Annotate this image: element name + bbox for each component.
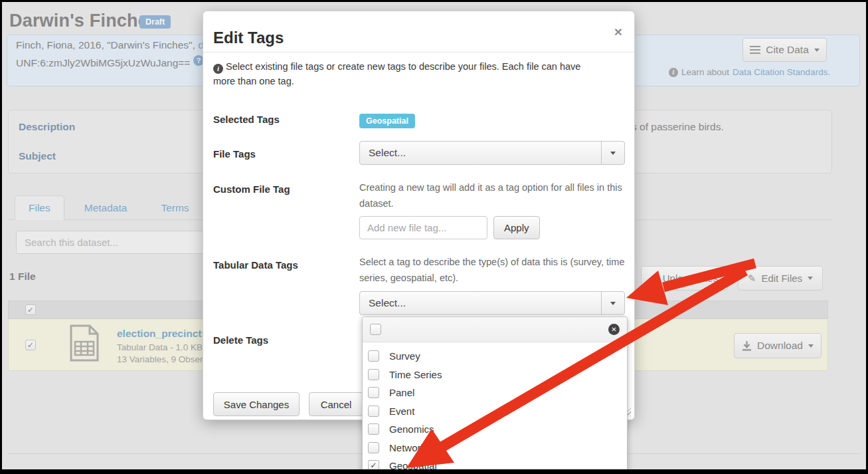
tag-option-event[interactable]: Event xyxy=(368,402,627,421)
tabular-file-icon xyxy=(69,324,100,362)
cancel-label: Cancel xyxy=(321,399,352,410)
dropdown-option-list: SurveyTime SeriesPanelEventGenomicsNetwo… xyxy=(363,342,627,474)
caret-down-icon xyxy=(814,49,820,52)
option-checkbox[interactable] xyxy=(368,406,379,417)
upload-files-label: Upload Files xyxy=(663,273,718,284)
custom-file-tag-help: Creating a new tag will add it as a tag … xyxy=(359,180,630,212)
citation-line1: Finch, Fiona, 2016, "Darwin's Finches", … xyxy=(16,39,209,51)
new-file-tag-input[interactable] xyxy=(359,216,487,239)
modal-header-divider xyxy=(203,52,634,53)
option-label: Panel xyxy=(389,387,414,398)
tag-option-time-series[interactable]: Time Series xyxy=(368,366,627,384)
apply-label: Apply xyxy=(504,222,529,233)
citation-unf: UNF:6:zmJly2WbiMG5jxUzWuJang== xyxy=(16,57,190,69)
plus-icon: + xyxy=(651,272,657,285)
caret-down-icon xyxy=(610,152,616,155)
option-label: Genomics xyxy=(389,423,434,435)
dataset-title: Darwin's Finches xyxy=(9,11,158,31)
file-tags-select-value: Select... xyxy=(360,147,601,159)
info-icon: i xyxy=(213,64,223,74)
select-caret-button[interactable] xyxy=(601,142,624,164)
selected-tags-label: Selected Tags xyxy=(213,114,280,125)
tab-files[interactable]: Files xyxy=(15,195,64,220)
tabular-data-tags-help: Select a tag to describe the type(s) of … xyxy=(359,255,630,287)
select-all-checkbox[interactable] xyxy=(25,304,36,315)
toggle-all-checkbox[interactable] xyxy=(370,324,381,335)
download-label: Download xyxy=(757,340,803,352)
option-checkbox[interactable] xyxy=(368,387,379,398)
subject-label: Subject xyxy=(19,150,56,162)
edit-files-label: Edit Files xyxy=(761,273,802,284)
custom-file-tag-label: Custom File Tag xyxy=(213,183,290,195)
tabular-tags-select[interactable]: Select... xyxy=(359,291,625,315)
tag-option-genomics[interactable]: Genomics xyxy=(368,420,627,439)
modal-intro: iSelect existing file tags or create new… xyxy=(213,59,602,89)
option-checkbox[interactable] xyxy=(368,350,379,362)
dataverse-dataset-page: Darwin's Finches Draft Finch, Fiona, 201… xyxy=(0,0,868,474)
download-button[interactable]: Download xyxy=(734,333,822,358)
file-name-link[interactable]: election_precincts xyxy=(117,328,207,340)
cite-data-label: Cite Data xyxy=(766,44,809,56)
option-label: Network xyxy=(389,442,426,453)
file-checkbox[interactable] xyxy=(25,340,36,350)
option-checkbox[interactable] xyxy=(368,423,379,435)
tabular-tags-select-value: Select... xyxy=(360,297,601,309)
edit-files-button[interactable]: ✎ Edit Files xyxy=(738,266,823,291)
list-icon xyxy=(750,46,760,54)
option-checkbox[interactable] xyxy=(368,442,379,453)
file-tags-select[interactable]: Select... xyxy=(359,141,625,165)
caret-down-icon xyxy=(808,344,814,348)
tabular-tags-dropdown-panel: ✕ SurveyTime SeriesPanelEventGenomicsNet… xyxy=(362,316,628,474)
file-tags-label: File Tags xyxy=(213,148,256,160)
selected-tag-badge: Geospatial xyxy=(359,114,415,128)
download-icon xyxy=(742,341,752,351)
citation-text: Finch, Fiona, 2016, "Darwin's Finches", xyxy=(16,39,198,51)
learn-about-text: Learn about xyxy=(681,67,729,77)
upload-files-button[interactable]: + Upload Files xyxy=(641,266,728,291)
cancel-button[interactable]: Cancel xyxy=(309,392,363,416)
tabular-data-tags-label: Tabular Data Tags xyxy=(213,259,298,271)
modal-intro-text: Select existing file tags or create new … xyxy=(213,61,580,86)
cite-data-button[interactable]: Cite Data xyxy=(742,38,827,62)
select-caret-button[interactable] xyxy=(601,292,624,314)
dropdown-header: ✕ xyxy=(363,317,627,342)
tag-option-panel[interactable]: Panel xyxy=(368,384,627,402)
tag-option-survey[interactable]: Survey xyxy=(368,347,627,366)
screenshot-border xyxy=(0,0,2,474)
caret-down-icon xyxy=(610,302,616,305)
save-label: Save Changes xyxy=(224,399,289,410)
description-text-fragment: s of passerine birds. xyxy=(632,121,724,133)
modal-close-button[interactable]: × xyxy=(614,25,622,39)
modal-title: Edit Tags xyxy=(213,29,284,47)
file-meta-type-size: Tabular Data - 1.0 KB - xyxy=(117,342,208,352)
option-label: Time Series xyxy=(389,369,442,380)
option-label: Survey xyxy=(389,350,420,362)
delete-tags-label: Delete Tags xyxy=(213,334,268,346)
data-citation-standards-link[interactable]: Data Citation Standards. xyxy=(733,67,830,77)
learn-about-citation: i Learn about Data Citation Standards. xyxy=(669,67,830,77)
draft-badge: Draft xyxy=(139,15,171,29)
save-changes-button[interactable]: Save Changes xyxy=(213,392,300,416)
apply-button[interactable]: Apply xyxy=(493,216,540,239)
screenshot-border xyxy=(0,0,868,2)
tab-terms[interactable]: Terms xyxy=(147,195,203,220)
info-icon: i xyxy=(669,68,678,77)
caret-down-icon xyxy=(808,277,813,280)
option-label: Event xyxy=(389,406,414,417)
file-count: 1 File xyxy=(9,271,36,283)
tag-option-network[interactable]: Network xyxy=(368,439,627,457)
option-checkbox[interactable] xyxy=(368,369,379,380)
dropdown-close-icon[interactable]: ✕ xyxy=(608,324,620,335)
pencil-icon: ✎ xyxy=(748,273,756,285)
description-label: Description xyxy=(19,121,75,133)
tab-metadata[interactable]: Metadata xyxy=(70,195,141,220)
screenshot-border xyxy=(0,469,868,474)
file-meta-variables: 13 Variables, 9 Observ xyxy=(117,354,207,364)
